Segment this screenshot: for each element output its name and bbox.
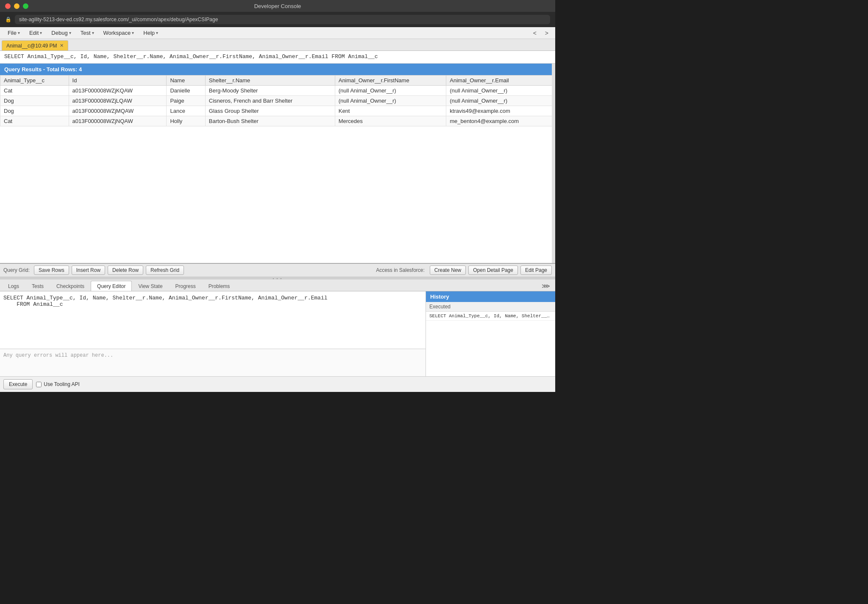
table-cell: Danielle	[167, 86, 205, 96]
table-row[interactable]: Cata013F000008WZjNQAWHollyBarton-Bush Sh…	[0, 116, 555, 126]
nav-back[interactable]: <	[530, 29, 540, 37]
menu-debug[interactable]: Debug ▾	[47, 29, 75, 37]
table-cell: (null Animal_Owner__r)	[335, 86, 446, 96]
query-input-display: SELECT Animal_Type__c, Id, Name, Shelter…	[0, 51, 555, 64]
app-wrapper: Developer Console 🔒 site-agility-5213-de…	[0, 0, 555, 392]
delete-row-button[interactable]: Delete Row	[108, 266, 143, 275]
table-cell: a013F000008WZjLQAW	[69, 96, 167, 106]
bottom-panel: Query Grid: Save Rows Insert Row Delete …	[0, 263, 555, 392]
table-cell: Kent	[335, 106, 446, 116]
table-cell: Cisneros, French and Barr Shelter	[205, 96, 335, 106]
window-title: Developer Console	[254, 3, 301, 9]
table-cell: Glass Group Shelter	[205, 106, 335, 116]
tab-close-icon[interactable]: ✕	[60, 43, 64, 48]
col-owner-firstname: Animal_Owner__r.FirstName	[335, 76, 446, 86]
query-editor-panel: Any query errors will appear here... His…	[0, 291, 555, 376]
table-cell: Dog	[0, 96, 69, 106]
titlebar-buttons	[5, 3, 28, 9]
table-cell: a013F000008WZjKQAW	[69, 86, 167, 96]
execute-bar: Execute Use Tooling API	[0, 376, 555, 392]
history-section-label: Executed	[426, 302, 555, 312]
tab-problems[interactable]: Problems	[202, 281, 236, 291]
col-shelter: Shelter__r.Name	[205, 76, 335, 86]
query-text-area: Any query errors will appear here...	[0, 291, 426, 376]
minimize-button[interactable]	[14, 3, 19, 9]
titlebar: Developer Console	[0, 0, 555, 12]
table-cell: Barton-Bush Shelter	[205, 116, 335, 126]
nav-forward[interactable]: >	[542, 29, 552, 37]
table-header-row: Animal_Type__c Id Name Shelter__r.Name A…	[0, 76, 555, 86]
table-cell: Mercedes	[335, 116, 446, 126]
execute-button[interactable]: Execute	[3, 379, 33, 389]
table-cell: a013F000008WZjNQAW	[69, 116, 167, 126]
menu-edit[interactable]: Edit ▾	[25, 29, 46, 37]
tab-tests[interactable]: Tests	[25, 281, 50, 291]
table-cell: Paige	[167, 96, 205, 106]
table-cell: Dog	[0, 106, 69, 116]
tooling-api-checkbox[interactable]	[36, 382, 42, 387]
create-new-button[interactable]: Create New	[430, 266, 466, 275]
save-rows-button[interactable]: Save Rows	[34, 266, 69, 275]
open-detail-page-button[interactable]: Open Detail Page	[468, 266, 518, 275]
table-row[interactable]: Doga013F000008WZjLQAWPaigeCisneros, Fren…	[0, 96, 555, 106]
tab-logs[interactable]: Logs	[2, 281, 25, 291]
addressbar: 🔒 site-agility-5213-dev-ed.cs92.my.sales…	[0, 12, 555, 27]
nav-buttons: < >	[530, 29, 552, 37]
col-owner-email: Animal_Owner__r.Email	[446, 76, 555, 86]
history-panel: History Executed SELECT Animal_Type__c, …	[426, 291, 555, 376]
query-grid-bar: Query Grid: Save Rows Insert Row Delete …	[0, 264, 555, 277]
col-id: Id	[69, 76, 167, 86]
query-textarea[interactable]	[0, 291, 426, 349]
results-table: Animal_Type__c Id Name Shelter__r.Name A…	[0, 75, 555, 126]
table-cell: Cat	[0, 116, 69, 126]
refresh-grid-button[interactable]: Refresh Grid	[146, 266, 184, 275]
menu-file[interactable]: File ▾	[3, 29, 24, 37]
table-cell: me_benton4@example.com	[446, 116, 555, 126]
resize-icon: • • •	[273, 277, 283, 280]
expand-icon[interactable]: ⋙	[538, 281, 554, 291]
history-header: History	[426, 291, 555, 302]
table-row[interactable]: Doga013F000008WZjMQAWLanceGlass Group Sh…	[0, 106, 555, 116]
bottom-tabs: Logs Tests Checkpoints Query Editor View…	[0, 280, 555, 291]
insert-row-button[interactable]: Insert Row	[72, 266, 105, 275]
col-animal-type: Animal_Type__c	[0, 76, 69, 86]
menu-test[interactable]: Test ▾	[76, 29, 98, 37]
tab-animal[interactable]: Animal__c@10:49 PM ✕	[2, 40, 68, 50]
address-url[interactable]: site-agility-5213-dev-ed.cs92.my.salesfo…	[15, 15, 550, 24]
table-cell: a013F000008WZjMQAW	[69, 106, 167, 116]
query-grid-label: Query Grid:	[3, 267, 30, 273]
access-label: Access in Salesforce:	[376, 267, 425, 273]
edit-page-button[interactable]: Edit Page	[520, 266, 552, 275]
table-cell: (null Animal_Owner__r)	[446, 86, 555, 96]
tab-query-editor[interactable]: Query Editor	[91, 281, 132, 291]
table-cell: Holly	[167, 116, 205, 126]
tooling-api-label[interactable]: Use Tooling API	[36, 381, 80, 387]
menu-workspace[interactable]: Workspace ▾	[99, 29, 139, 37]
history-item[interactable]: SELECT Animal_Type__c, Id, Name, Shelter…	[426, 312, 555, 321]
tab-checkpoints[interactable]: Checkpoints	[50, 281, 91, 291]
tabbar: Animal__c@10:49 PM ✕	[0, 39, 555, 51]
table-cell: Berg-Moody Shelter	[205, 86, 335, 96]
table-cell: Lance	[167, 106, 205, 116]
col-name: Name	[167, 76, 205, 86]
error-area: Any query errors will appear here...	[0, 349, 426, 376]
table-cell: Cat	[0, 86, 69, 96]
menubar: File ▾ Edit ▾ Debug ▾ Test ▾ Workspace ▾…	[0, 27, 555, 39]
results-table-wrap: Animal_Type__c Id Name Shelter__r.Name A…	[0, 75, 555, 126]
lock-icon: 🔒	[5, 17, 11, 22]
table-cell: (null Animal_Owner__r)	[335, 96, 446, 106]
tab-progress[interactable]: Progress	[169, 281, 202, 291]
results-header: Query Results - Total Rows: 4	[0, 64, 555, 75]
table-row[interactable]: Cata013F000008WZjKQAWDanielleBerg-Moody …	[0, 86, 555, 96]
close-button[interactable]	[5, 3, 11, 9]
menu-help[interactable]: Help ▾	[139, 29, 162, 37]
maximize-button[interactable]	[23, 3, 28, 9]
tab-view-state[interactable]: View State	[132, 281, 169, 291]
table-cell: (null Animal_Owner__r)	[446, 96, 555, 106]
table-cell: ktravis49@example.com	[446, 106, 555, 116]
